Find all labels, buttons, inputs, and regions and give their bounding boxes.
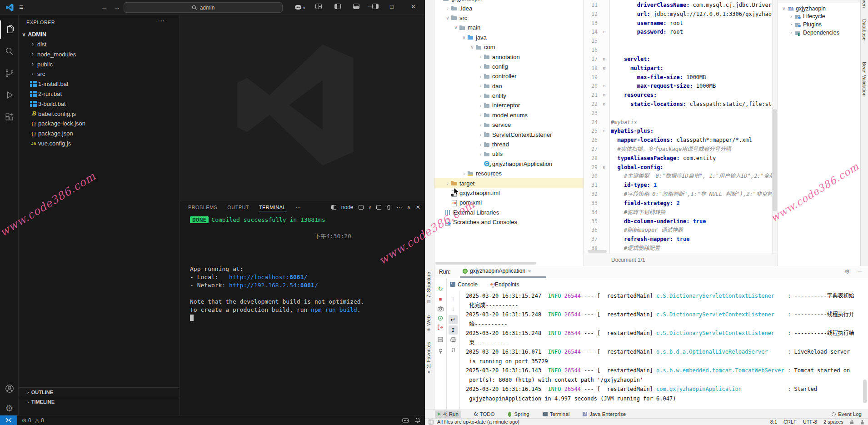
project-item-interceptor[interactable]: ›interceptor <box>434 100 584 110</box>
problems-indicator[interactable]: ⊘0 △0 <box>22 415 44 425</box>
maven-item-Plugins[interactable]: ›Plugins <box>778 20 860 29</box>
run-console-output[interactable]: 2025-03-20 16:31:15.247 INFO 26544 --- [… <box>460 291 860 407</box>
fold-icon[interactable]: ⊟ <box>598 91 611 100</box>
tab-terminal[interactable]: TERMINAL <box>259 205 286 211</box>
project-item-java[interactable]: ∨java <box>434 33 584 42</box>
kill-terminal-icon[interactable] <box>386 205 391 210</box>
fold-icon[interactable]: ⊟ <box>598 28 611 37</box>
minimize-button[interactable]: ─ <box>368 3 372 10</box>
project-item-main[interactable]: ∨main <box>434 23 584 32</box>
console-scroll-thumb[interactable] <box>863 380 867 403</box>
exit-icon[interactable] <box>434 323 446 331</box>
project-item-thread[interactable]: ›thread <box>434 140 584 149</box>
explorer-item-package-lock.json[interactable]: package-lock.json <box>19 119 179 129</box>
command-center-search[interactable]: admin <box>124 2 283 13</box>
rerun-icon[interactable]: ↻ <box>434 285 446 293</box>
explorer-item-3-build.bat[interactable]: 3-build.bat <box>19 99 179 109</box>
snapshot-camera-icon[interactable] <box>434 305 446 313</box>
project-item-External Libraries[interactable]: External Libraries <box>434 208 584 217</box>
copilot-chevron-icon[interactable]: ∨ <box>303 5 306 10</box>
caret-position[interactable]: 8:1 <box>770 419 777 425</box>
toolwindow-tab-7: Structure[interactable]: ▤7: Structure <box>426 272 431 304</box>
indent-style[interactable]: 2 spaces <box>823 419 843 425</box>
tab-problems[interactable]: PROBLEMS <box>188 205 217 210</box>
project-item-com[interactable]: ∨com <box>434 42 584 52</box>
toolwindow-button-Java Enterprise[interactable]: Java Enterprise <box>580 410 629 418</box>
explorer-item-2-run.bat[interactable]: 2-run.bat <box>19 89 179 99</box>
explorer-root[interactable]: ∨ADMIN <box>19 30 179 40</box>
layout-settings-icon[interactable] <box>434 335 446 344</box>
spring-restart-icon[interactable] <box>434 314 446 322</box>
explorer-item-src[interactable]: ›src <box>19 69 179 79</box>
timeline-section[interactable]: ›TIMELINE <box>19 397 179 406</box>
panel-more-icon[interactable]: ⋯ <box>396 204 402 210</box>
lock-icon[interactable] <box>850 420 854 425</box>
remote-indicator[interactable] <box>0 415 17 425</box>
nav-forward-icon[interactable]: → <box>114 3 120 11</box>
print-icon[interactable] <box>447 336 459 344</box>
tab-output[interactable]: OUTPUT <box>227 205 249 210</box>
run-tab[interactable]: gxjyzhaopinApplication ✕ <box>463 268 531 274</box>
explorer-item-babel.config.js[interactable]: babel.config.js <box>19 109 179 119</box>
toolwindow-button-Spring[interactable]: Spring <box>505 410 532 418</box>
explorer-item-public[interactable]: ›public <box>19 60 179 70</box>
scroll-to-end-icon[interactable]: ↧ <box>447 325 459 334</box>
pin-icon[interactable] <box>434 347 446 355</box>
panel-tabs-more-icon[interactable]: ⋯ <box>296 205 301 210</box>
editor-hscroll-thumb[interactable] <box>588 250 607 253</box>
toolwindow-tab-Maven[interactable]: Maven <box>862 0 867 8</box>
toolwindow-tab-Bean Validation[interactable]: Bean Validation <box>862 62 867 96</box>
source-control-icon[interactable] <box>0 64 19 82</box>
maximize-button[interactable]: □ <box>390 3 394 10</box>
toggle-secondary-sidebar-icon[interactable] <box>372 4 379 9</box>
editor-code[interactable]: 11 driverClassName: com.mysql.cj.jdbc.Dr… <box>584 1 773 253</box>
up-stacktrace-icon[interactable]: ↑ <box>447 294 459 302</box>
toolwindow-tab-2: Favorites[interactable]: ★2: Favorites <box>426 342 431 374</box>
toolwindow-button-Terminal[interactable]: Terminal <box>540 410 572 418</box>
project-item-resources[interactable]: ›resources <box>434 169 584 178</box>
project-item-gxjyzhaopin[interactable]: ∨gxjyzhaopin <box>434 0 584 3</box>
editor-scrollbar[interactable] <box>772 0 778 254</box>
outline-section[interactable]: ›OUTLINE <box>19 387 179 396</box>
explorer-item-1-install.bat[interactable]: 1-install.bat <box>19 79 179 89</box>
fold-icon[interactable]: ⊟ <box>598 82 611 91</box>
terminal-split-icon[interactable] <box>331 205 336 210</box>
toggle-sidebar-icon[interactable] <box>334 4 341 9</box>
fold-icon[interactable]: ⊟ <box>598 55 611 64</box>
copilot-icon[interactable] <box>294 5 302 10</box>
notifications-bell-icon[interactable] <box>415 417 420 423</box>
terminal-output[interactable]: DONECompiled successfully in 13881ms 下午4… <box>190 216 417 322</box>
down-stacktrace-icon[interactable]: ↓ <box>447 304 459 312</box>
run-settings-gear-icon[interactable]: ⚙ <box>844 268 850 275</box>
account-icon[interactable] <box>0 380 19 398</box>
project-item-controller[interactable]: ›controller <box>434 71 584 81</box>
explorer-more-icon[interactable]: ⋯ <box>158 17 165 25</box>
project-item-target[interactable]: ›target <box>434 178 584 188</box>
explorer-icon[interactable] <box>0 20 19 39</box>
nav-back-icon[interactable]: ← <box>101 3 108 11</box>
maven-item-Lifecycle[interactable]: ›Lifecycle <box>778 13 860 21</box>
toolwindow-tab-Web[interactable]: ◉Web <box>426 315 431 332</box>
tab-endpoints[interactable]: Endpoints <box>490 281 519 288</box>
line-separator[interactable]: CRLF <box>783 419 797 425</box>
close-tab-icon[interactable]: ✕ <box>528 269 531 274</box>
project-item-utils[interactable]: ›utils <box>434 149 584 159</box>
explorer-item-dist[interactable]: ›dist <box>19 40 179 50</box>
panel-maximize-icon[interactable]: ∧ <box>407 204 411 210</box>
soft-wrap-icon[interactable]: ↵ <box>447 315 459 323</box>
highlighting-level-icon[interactable] <box>860 420 864 425</box>
hide-toolwindow-icon[interactable]: ─ <box>858 268 862 275</box>
customize-layout-icon[interactable] <box>315 4 322 9</box>
project-item-service[interactable]: ›service <box>434 120 584 130</box>
settings-gear-icon[interactable]: ⚙ <box>0 399 19 417</box>
toolwindow-button-4: Run[interactable]: 4: Run <box>435 410 461 418</box>
fold-icon[interactable]: ⊟ <box>598 163 611 172</box>
explorer-item-node_modules[interactable]: ›node_modules <box>19 50 179 60</box>
project-item-Scratches and Consoles[interactable]: Scratches and Consoles <box>434 217 584 227</box>
new-terminal-chevron-icon[interactable]: ∨ <box>369 205 372 210</box>
project-item-pom.xml[interactable]: pom.xml <box>434 198 584 207</box>
run-debug-icon[interactable] <box>0 86 19 104</box>
close-button[interactable]: ✕ <box>411 3 416 10</box>
maven-item-gxjyzhaopin[interactable]: ∨gxjyzhaopin <box>778 5 860 13</box>
toolwindow-tab-Database[interactable]: Database <box>862 19 867 40</box>
